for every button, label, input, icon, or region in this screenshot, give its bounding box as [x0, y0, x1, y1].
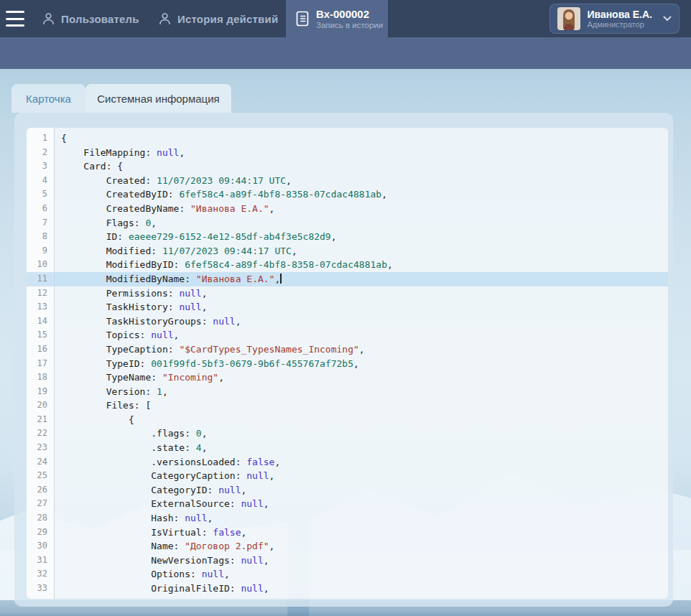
- code-text: OriginalFileID: null,: [55, 582, 269, 596]
- code-line[interactable]: 27 ExternalSource: null,: [27, 497, 668, 511]
- person-icon: [158, 12, 172, 26]
- code-line[interactable]: 23 .state: 4,: [27, 441, 668, 455]
- hamburger-menu-icon[interactable]: [6, 11, 24, 27]
- code-text: TypeID: 001f99fd-5bf3-0679-9b6f-455767af…: [55, 357, 359, 371]
- line-number: 18: [27, 370, 55, 385]
- code-text: Flags: 0,: [55, 216, 157, 230]
- code-line[interactable]: 13 TaskHistory: null,: [27, 300, 668, 314]
- line-number: 3: [27, 159, 55, 174]
- code-line[interactable]: 26 CategoryID: null,: [27, 483, 668, 498]
- code-lines: 1{2 FileMapping: null,3 Card: {4 Created…: [27, 128, 668, 599]
- line-number: 25: [27, 469, 55, 483]
- line-number: 15: [27, 328, 55, 342]
- code-line[interactable]: 28 Hash: null,: [27, 511, 668, 526]
- line-number: 31: [27, 554, 55, 568]
- line-number: 8: [27, 230, 55, 244]
- line-number: 32: [27, 567, 55, 582]
- code-line[interactable]: 7 Flags: 0,: [27, 216, 668, 230]
- header-band: [0, 37, 691, 69]
- code-line[interactable]: 8 ID: eaeee729-6152-4e12-85df-ab4f3e5c82…: [27, 230, 668, 244]
- nav-tab-user[interactable]: Пользователь: [42, 0, 139, 37]
- code-line[interactable]: 16 TypeCaption: "$CardTypes_TypesNames_I…: [27, 342, 668, 357]
- code-line[interactable]: 20 Files: [: [27, 398, 668, 413]
- tab-content-panel: 1{2 FileMapping: null,3 Card: {4 Created…: [14, 113, 673, 607]
- code-text: FileMapping: null,: [55, 146, 185, 160]
- code-line[interactable]: 9 Modified: 11/07/2023 09:44:17 UTC,: [27, 244, 668, 258]
- line-number: 9: [27, 244, 55, 258]
- code-line[interactable]: 1{: [27, 131, 668, 146]
- tab-system-info[interactable]: Системная информация: [85, 84, 231, 113]
- code-text: CategoryCaption: null,: [55, 469, 274, 483]
- line-number: 24: [27, 455, 55, 470]
- code-text: Modified: 11/07/2023 09:44:17 UTC,: [55, 244, 297, 258]
- code-line[interactable]: 33 OriginalFileID: null,: [27, 582, 668, 596]
- top-navbar: Пользователь История действий Вх-000002 …: [0, 0, 691, 37]
- nav-tab-card-record-active[interactable]: Вх-000002 Запись в истории: [286, 0, 388, 37]
- code-text: NewVersionTags: null,: [55, 554, 269, 568]
- code-line[interactable]: 5 CreatedByID: 6fef58c4-a89f-4bf8-8358-0…: [27, 187, 668, 202]
- line-number: 5: [27, 187, 55, 202]
- code-text: Card: {: [55, 159, 123, 174]
- code-line[interactable]: 3 Card: {: [27, 159, 668, 174]
- code-line[interactable]: 31 NewVersionTags: null,: [27, 554, 668, 568]
- document-icon: [296, 11, 309, 27]
- code-text: Version: 1,: [55, 385, 168, 399]
- line-number: 27: [27, 497, 55, 511]
- card-subtitle: Запись в истории: [316, 20, 383, 30]
- line-number: 26: [27, 483, 55, 498]
- code-line[interactable]: 25 CategoryCaption: null,: [27, 469, 668, 483]
- code-line[interactable]: 14 TaskHistoryGroups: null,: [27, 314, 668, 329]
- code-line[interactable]: 30 Name: "Договор 2.pdf",: [27, 539, 668, 554]
- line-number: 6: [27, 202, 55, 216]
- code-text: Permissions: null,: [55, 286, 208, 301]
- code-line[interactable]: 21 {: [27, 413, 668, 427]
- code-text: Created: 11/07/2023 09:44:17 UTC,: [55, 174, 292, 188]
- code-line[interactable]: 15 Topics: null,: [27, 328, 668, 342]
- code-line[interactable]: 24 .versionsLoaded: false,: [27, 455, 668, 470]
- line-number: 12: [27, 286, 55, 301]
- line-number: 13: [27, 300, 55, 314]
- current-user-menu[interactable]: Иванова Е.А. Администратор: [549, 4, 680, 34]
- json-code-editor[interactable]: 1{2 FileMapping: null,3 Card: {4 Created…: [27, 128, 668, 599]
- user-name: Иванова Е.А.: [587, 9, 652, 20]
- code-text: ID: eaeee729-6152-4e12-85df-ab4f3e5c82d9…: [55, 230, 337, 244]
- text-cursor: [280, 274, 282, 284]
- code-text: .flags: 0,: [55, 426, 208, 441]
- code-line[interactable]: 22 .flags: 0,: [27, 426, 668, 441]
- code-text: TaskHistory: null,: [55, 300, 208, 314]
- code-line[interactable]: 4 Created: 11/07/2023 09:44:17 UTC,: [27, 174, 668, 188]
- person-icon: [42, 12, 55, 26]
- avatar: [557, 7, 580, 30]
- code-line[interactable]: 12 Permissions: null,: [27, 286, 668, 301]
- code-text: {: [55, 413, 134, 427]
- line-number: 4: [27, 174, 55, 188]
- code-text: .versionsLoaded: false,: [55, 455, 280, 470]
- tab-card[interactable]: Карточка: [11, 84, 85, 113]
- line-number: 2: [27, 146, 55, 160]
- code-line[interactable]: 32 Options: null,: [27, 567, 668, 582]
- code-line[interactable]: 10 ModifiedByID: 6fef58c4-a89f-4bf8-8358…: [27, 258, 668, 272]
- code-line[interactable]: 29 IsVirtual: false,: [27, 526, 668, 540]
- code-line[interactable]: 6 CreatedByName: "Иванова Е.А.",: [27, 202, 668, 216]
- line-number: 7: [27, 216, 55, 230]
- nav-tab-label: История действий: [177, 13, 278, 25]
- line-number: 29: [27, 526, 55, 540]
- tab-card-label: Карточка: [26, 93, 71, 105]
- code-line[interactable]: 11 ModifiedByName: "Иванова Е.А.",: [27, 272, 668, 286]
- card-number: Вх-000002: [316, 8, 383, 20]
- code-text: ExternalSource: null,: [55, 497, 269, 511]
- code-text: CreatedByName: "Иванова Е.А.",: [55, 202, 274, 216]
- line-number: 14: [27, 314, 55, 329]
- code-line[interactable]: 2 FileMapping: null,: [27, 146, 668, 160]
- chevron-down-icon[interactable]: [663, 16, 672, 22]
- code-line[interactable]: 17 TypeID: 001f99fd-5bf3-0679-9b6f-45576…: [27, 357, 668, 371]
- code-text: Options: null,: [55, 567, 230, 582]
- line-number: 1: [27, 131, 55, 146]
- code-line[interactable]: 18 TypeName: "Incoming",: [27, 370, 668, 385]
- nav-tab-action-history[interactable]: История действий: [158, 0, 278, 37]
- nav-tab-label: Пользователь: [61, 13, 139, 25]
- code-text: TypeName: "Incoming",: [55, 370, 224, 385]
- code-line[interactable]: 19 Version: 1,: [27, 385, 668, 399]
- tab-system-info-label: Системная информация: [97, 93, 219, 105]
- code-text: ModifiedByName: "Иванова Е.А.",: [55, 272, 282, 286]
